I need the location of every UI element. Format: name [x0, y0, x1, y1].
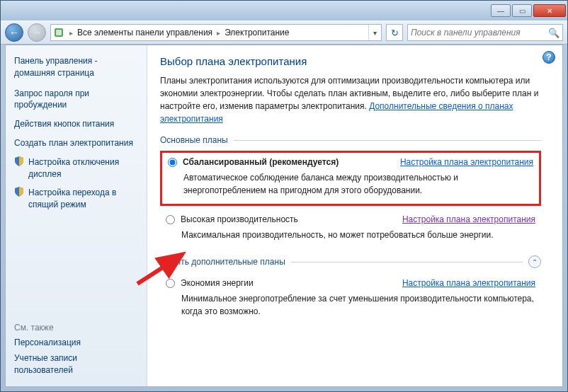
plan-settings-link[interactable]: Настройка плана электропитания: [402, 278, 535, 288]
back-button[interactable]: ←: [5, 23, 23, 42]
control-panel-icon: [51, 28, 67, 38]
plan-power-saver: Экономия энергии Настройка плана электро…: [160, 274, 541, 325]
breadcrumb-sep: ▸: [67, 29, 76, 37]
search-input[interactable]: [411, 28, 548, 38]
sidebar-link-buttons[interactable]: Действия кнопок питания: [14, 118, 138, 130]
plan-desc: Автоматическое соблюдение баланса между …: [183, 171, 533, 197]
sidebar-link-sleep[interactable]: Настройка перехода в спящий режим: [28, 187, 138, 211]
plan-name: Экономия энергии: [181, 278, 254, 288]
plan-radio-balanced[interactable]: [168, 158, 177, 167]
shield-icon: [14, 156, 24, 166]
breadcrumb[interactable]: ▸ Все элементы панели управления ▸ Элект…: [50, 24, 382, 41]
address-bar: ← → ▸ Все элементы панели управления ▸ Э…: [1, 21, 567, 45]
plan-desc: Минимальное энергопотребление за счет ум…: [181, 292, 535, 318]
refresh-button[interactable]: ↻: [386, 24, 403, 41]
breadcrumb-item[interactable]: Электропитание: [223, 28, 290, 38]
divider: [234, 140, 541, 141]
minimize-button[interactable]: —: [491, 4, 511, 17]
collapse-extra-plans[interactable]: Скрыть дополнительные планы ⌃: [160, 255, 541, 268]
plan-high-performance: Высокая производительность Настройка пла…: [160, 210, 541, 248]
sidebar-home-link[interactable]: Панель управления - домашняя страница: [14, 55, 138, 79]
plan-name: Высокая производительность: [181, 214, 298, 224]
sidebar-link-personalization[interactable]: Персонализация: [14, 337, 138, 349]
svg-rect-1: [56, 30, 62, 35]
sidebar-link-password[interactable]: Запрос пароля при пробуждении: [14, 88, 138, 112]
search-box[interactable]: 🔍: [407, 24, 563, 41]
breadcrumb-dropdown[interactable]: ▾: [368, 25, 381, 40]
sidebar-link-display-off[interactable]: Настройка отключения дисплея: [28, 156, 138, 180]
help-icon[interactable]: ?: [543, 51, 555, 64]
sidebar-link-create-plan[interactable]: Создать план электропитания: [14, 137, 138, 149]
intro-text: Планы электропитания используются для оп…: [160, 74, 541, 125]
close-button[interactable]: ✕: [533, 4, 566, 17]
plan-radio-power-saver[interactable]: [166, 279, 175, 288]
plan-desc: Максимальная производительность, но може…: [181, 229, 535, 241]
sidebar-link-user-accounts[interactable]: Учетные записи пользователей: [14, 352, 138, 376]
collapse-label: Скрыть дополнительные планы: [160, 257, 285, 267]
divider: [291, 262, 523, 263]
window-frame: — ▭ ✕ ← → ▸ Все элементы панели управлен…: [0, 0, 568, 392]
maximize-button[interactable]: ▭: [512, 4, 532, 17]
sidebar: Панель управления - домашняя страница За…: [6, 45, 147, 386]
section-label-main: Основные планы: [160, 135, 228, 145]
shield-icon: [14, 187, 24, 197]
plan-radio-high-perf[interactable]: [166, 215, 175, 224]
plan-settings-link[interactable]: Настройка плана электропитания: [402, 214, 535, 224]
main-pane: ? Выбор плана электропитания Планы элект…: [147, 45, 562, 386]
see-also-label: См. также: [14, 323, 138, 333]
page-title: Выбор плана электропитания: [160, 55, 541, 67]
forward-button[interactable]: →: [28, 23, 46, 42]
content-area: Панель управления - домашняя страница За…: [5, 45, 563, 387]
titlebar: — ▭ ✕: [1, 1, 567, 21]
plan-balanced: Сбалансированный (рекомендуется) Настрой…: [160, 151, 541, 206]
plan-settings-link[interactable]: Настройка плана электропитания: [400, 157, 533, 167]
breadcrumb-item[interactable]: Все элементы панели управления: [76, 28, 214, 38]
plan-name: Сбалансированный (рекомендуется): [183, 157, 339, 167]
chevron-up-icon[interactable]: ⌃: [528, 255, 541, 268]
search-icon: 🔍: [548, 28, 560, 38]
breadcrumb-sep: ▸: [214, 29, 223, 37]
